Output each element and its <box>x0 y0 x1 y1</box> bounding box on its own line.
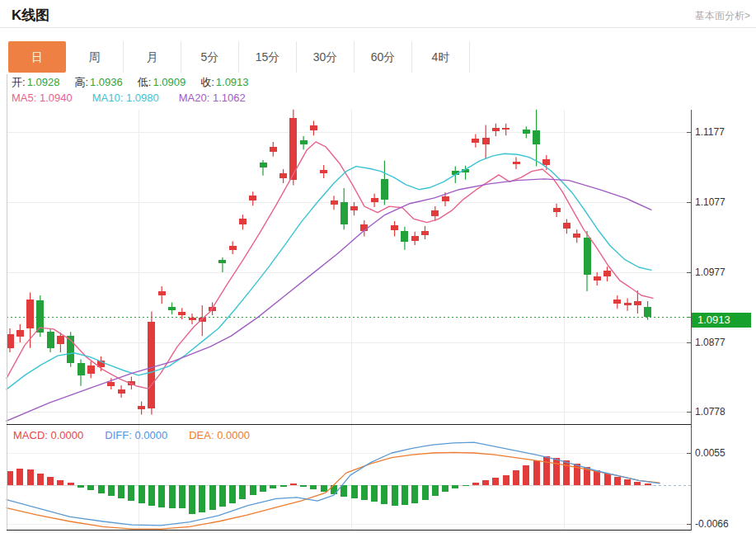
kline-widget: K线图 基本面分析> 日周月5分15分30分60分4时 开:1.0928 高:1… <box>0 0 756 533</box>
ma-legend: MA5: 1.0940 MA10: 1.0980 MA20: 1.1062 <box>12 92 246 104</box>
dea-value-label: DEA: 0.0000 <box>189 429 250 441</box>
ma10-legend: MA10: 1.0980 <box>92 92 159 104</box>
diff-value-label: DIFF: 0.0000 <box>105 429 167 441</box>
axis-label: -0.0066 <box>695 517 729 531</box>
ma5-legend: MA5: 1.0940 <box>12 92 73 104</box>
macd-value-label: MACD: 0.0000 <box>13 429 83 441</box>
axis-label: 1.0877 <box>695 336 725 349</box>
ohlc-high: 高:1.0936 <box>74 75 122 90</box>
current-price-badge: 1.0913 <box>692 313 751 328</box>
axis-label: 0.0055 <box>695 446 725 460</box>
macd-legend: MACD: 0.0000 DIFF: 0.0000 DEA: 0.0000 <box>13 429 250 441</box>
axis-label: 1.0778 <box>695 405 725 418</box>
ohlc-low: 低:1.0909 <box>138 75 185 90</box>
ohlc-close: 收:1.0913 <box>200 75 248 90</box>
axis-label: 1.0977 <box>695 266 725 279</box>
ma20-legend: MA20: 1.1062 <box>179 92 246 104</box>
ohlc-legend: 开:1.0928 高:1.0936 低:1.0909 收:1.0913 <box>12 75 249 90</box>
ohlc-open: 开:1.0928 <box>12 75 59 90</box>
axis-label: 1.1177 <box>695 125 725 139</box>
axis-label: 1.1077 <box>695 196 725 209</box>
